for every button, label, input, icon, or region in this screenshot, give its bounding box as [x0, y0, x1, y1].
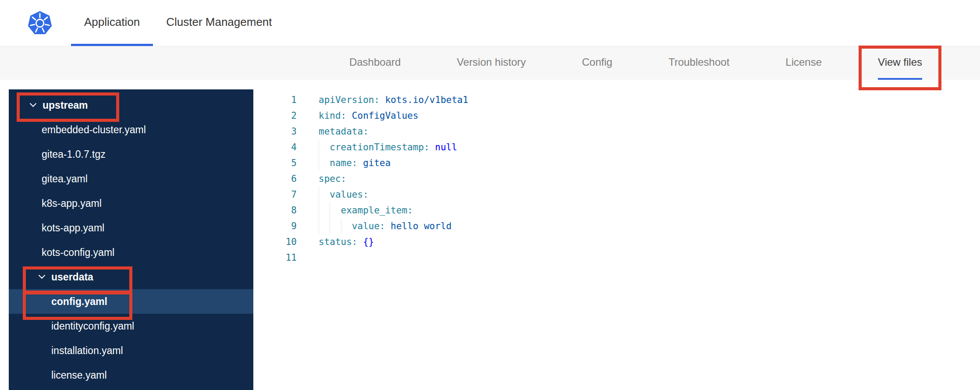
code-line-6: 6spec:: [269, 171, 980, 187]
line-number: 3: [269, 124, 297, 139]
code-line-4: 4creationTimestamp: null: [269, 139, 980, 155]
tree-item-label: gitea.yaml: [42, 173, 88, 185]
token-kw: {}: [358, 237, 374, 247]
indent-guide: [330, 218, 341, 234]
code-line-3: 3metadata:: [269, 124, 980, 139]
file-installation-yaml[interactable]: installation.yaml: [9, 338, 253, 363]
indent-guide: [319, 139, 330, 155]
token-val: gitea: [358, 158, 391, 168]
subnav-item-label: Dashboard: [349, 56, 401, 68]
indent-guide: [341, 218, 352, 234]
tab-cluster-management[interactable]: Cluster Management: [153, 0, 285, 46]
tree-item-label: k8s-app.yaml: [42, 198, 102, 209]
code-line-11: 11: [269, 250, 980, 266]
token-kw: null: [430, 142, 457, 152]
tree-item-label: upstream: [43, 99, 88, 111]
tree-item-label: identityconfig.yaml: [51, 320, 134, 332]
line-number: 9: [269, 218, 297, 234]
file-embedded-cluster-yaml[interactable]: embedded-cluster.yaml: [9, 117, 253, 142]
code-line-9: 9value: hello world: [269, 218, 980, 234]
kubernetes-logo: [27, 0, 53, 46]
line-number: 2: [269, 108, 297, 124]
tree-item-label: installation.yaml: [51, 345, 123, 357]
subnav-item-view-files[interactable]: View files: [878, 46, 922, 80]
line-number: 6: [269, 171, 297, 187]
line-number: 1: [269, 92, 297, 108]
tree-item-label: config.yaml: [51, 296, 107, 308]
token-key: example_item:: [341, 205, 413, 216]
file-kots-app-yaml[interactable]: kots-app.yaml: [9, 216, 253, 240]
kots-admin-console: ApplicationCluster Management DashboardV…: [0, 0, 980, 390]
code-line-content: values:: [319, 187, 369, 202]
token-key: status:: [319, 237, 358, 247]
indent-guide: [319, 187, 330, 202]
code-line-content: metadata:: [319, 124, 369, 139]
header-tabs: ApplicationCluster Management: [71, 0, 285, 46]
code-line-content: spec:: [319, 171, 346, 187]
code-line-content: status: {}: [319, 234, 374, 250]
indent-guide: [319, 218, 330, 234]
token-key: kind:: [319, 110, 346, 121]
file-kots-config-yaml[interactable]: kots-config.yaml: [9, 240, 253, 265]
tree-item-label: kots-app.yaml: [42, 222, 104, 234]
chevron-down-icon: [39, 272, 46, 279]
subnav-item-label: Version history: [457, 56, 526, 68]
tree-item-label: kots-config.yaml: [42, 247, 114, 259]
tab-application[interactable]: Application: [71, 0, 153, 46]
tree-item-label: gitea-1.0.7.tgz: [42, 149, 106, 160]
token-val: ConfigValues: [346, 110, 418, 121]
folder-userdata[interactable]: userdata: [9, 265, 253, 289]
subnav-item-config[interactable]: Config: [582, 46, 612, 80]
subnav-item-label: Config: [582, 56, 612, 68]
indent-guide: [319, 202, 330, 218]
indent-guide: [330, 202, 341, 218]
subnav-item-license[interactable]: License: [785, 46, 822, 80]
token-val: kots.io/v1beta1: [380, 95, 468, 105]
code-line-2: 2kind: ConfigValues: [269, 108, 980, 124]
code-editor[interactable]: 1apiVersion: kots.io/v1beta12kind: Confi…: [269, 89, 980, 390]
token-key: values:: [330, 189, 369, 200]
token-val: hello world: [385, 221, 452, 231]
subnav-item-label: Troubleshoot: [668, 56, 729, 68]
code-line-8: 8example_item:: [269, 202, 980, 218]
tree-item-label: license.yaml: [51, 369, 107, 381]
tree-item-label: embedded-cluster.yaml: [42, 124, 146, 136]
line-number: 7: [269, 187, 297, 202]
folder-upstream[interactable]: upstream: [9, 93, 253, 117]
token-key: spec:: [319, 174, 346, 184]
file-config-yaml[interactable]: config.yaml: [9, 289, 253, 314]
line-number: 5: [269, 155, 297, 171]
code-line-content: creationTimestamp: null: [319, 139, 457, 155]
token-key: name:: [330, 158, 357, 168]
file-k8s-app-yaml[interactable]: k8s-app.yaml: [9, 191, 253, 216]
line-number: 4: [269, 139, 297, 155]
tree-item-label: userdata: [51, 271, 93, 283]
subnav-item-version-history[interactable]: Version history: [457, 46, 526, 80]
token-key: metadata:: [319, 126, 369, 137]
subnav-item-label: View files: [878, 56, 922, 68]
code-line-5: 5name: gitea: [269, 155, 980, 171]
content-area: upstreamembedded-cluster.yamlgitea-1.0.7…: [0, 80, 980, 390]
line-number: 8: [269, 202, 297, 218]
code-line-content: value: hello world: [319, 218, 451, 234]
subnav-item-troubleshoot[interactable]: Troubleshoot: [668, 46, 729, 80]
token-key: value:: [352, 221, 385, 231]
app-subnav: DashboardVersion historyConfigTroublesho…: [0, 46, 980, 80]
code-line-content: name: gitea: [319, 155, 391, 171]
code-line-content: example_item:: [319, 202, 413, 218]
file-license-yaml[interactable]: license.yaml: [9, 363, 253, 387]
code-line-content: apiVersion: kots.io/v1beta1: [319, 92, 468, 108]
token-key: creationTimestamp:: [330, 142, 430, 152]
chevron-down-icon: [30, 100, 37, 107]
top-header: ApplicationCluster Management: [0, 0, 980, 46]
file-gitea-yaml[interactable]: gitea.yaml: [9, 167, 253, 191]
code-line-7: 7values:: [269, 187, 980, 202]
kubernetes-helm-icon: [27, 11, 53, 36]
file-identityconfig-yaml[interactable]: identityconfig.yaml: [9, 314, 253, 338]
code-line-1: 1apiVersion: kots.io/v1beta1: [269, 92, 980, 108]
line-number: 11: [269, 250, 297, 266]
file-gitea-1-0-7-tgz[interactable]: gitea-1.0.7.tgz: [9, 142, 253, 167]
subnav-item-label: License: [785, 56, 822, 68]
indent-guide: [319, 155, 330, 171]
subnav-item-dashboard[interactable]: Dashboard: [349, 46, 401, 80]
